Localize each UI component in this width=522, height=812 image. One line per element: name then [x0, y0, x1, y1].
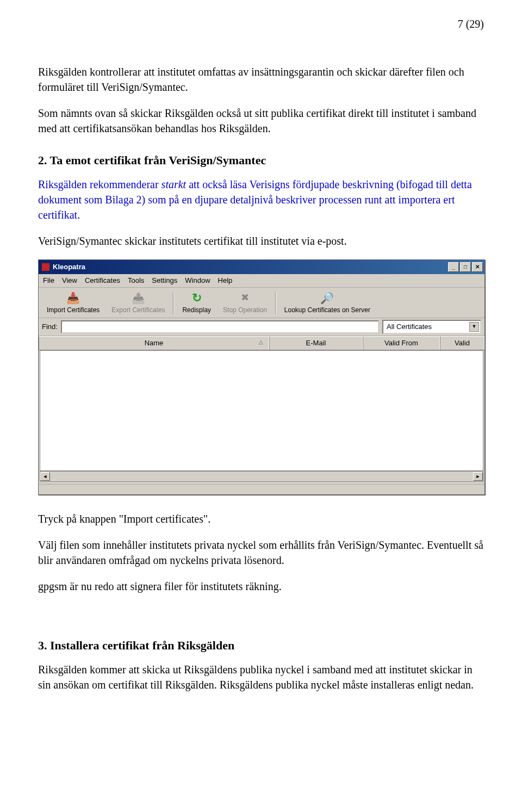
horizontal-scrollbar[interactable]: ◄ ►: [40, 471, 483, 482]
lookup-certificates-button[interactable]: Lookup Certificates on Server: [278, 290, 376, 317]
table-body-empty: [40, 350, 483, 471]
menu-file[interactable]: File: [43, 276, 54, 286]
section-heading-3: 3. Installera certifikat från Riksgälden: [38, 637, 484, 654]
app-icon: [42, 263, 49, 271]
toolbar-separator: [173, 292, 174, 314]
section-heading-2: 2. Ta emot certifikat från VeriSign/Syma…: [38, 152, 484, 169]
stop-icon: [237, 292, 252, 305]
chevron-down-icon: ▼: [469, 322, 479, 332]
lookup-label: Lookup Certificates on Server: [284, 306, 370, 315]
redisplay-button[interactable]: Redisplay: [176, 290, 217, 317]
menu-certificates[interactable]: Certificates: [85, 276, 120, 286]
toolbar-separator: [275, 292, 276, 314]
minimize-button[interactable]: _: [448, 262, 459, 272]
menu-help[interactable]: Help: [218, 276, 233, 286]
stop-operation-button: Stop Operation: [217, 290, 273, 317]
export-icon: [130, 292, 146, 305]
redisplay-icon: [189, 292, 204, 305]
menu-window[interactable]: Window: [185, 276, 210, 286]
table-header-row: Name△ E-Mail Valid From Valid: [39, 336, 484, 350]
status-bar: [39, 484, 484, 494]
window-titlebar: Kleopatra _ □ ✕: [39, 260, 484, 274]
scroll-right-button[interactable]: ►: [473, 472, 483, 481]
filter-select-value: All Certificates: [387, 322, 432, 332]
col-name-label: Name: [145, 339, 164, 347]
close-button[interactable]: ✕: [472, 262, 483, 272]
sort-asc-icon: △: [259, 338, 263, 346]
col-valid-from[interactable]: Valid From: [363, 336, 440, 350]
menubar: File View Certificates Tools Settings Wi…: [39, 274, 484, 288]
toolbar: Import Certificates Export Certificates …: [39, 288, 484, 318]
redisplay-label: Redisplay: [182, 306, 211, 315]
certificates-table: Name△ E-Mail Valid From Valid ◄ ►: [39, 336, 484, 482]
col-valid[interactable]: Valid: [440, 336, 484, 350]
blue-note: Riksgälden rekommenderar starkt att ocks…: [38, 177, 484, 222]
paragraph: Riksgälden kommer att skicka ut Riksgäld…: [38, 662, 484, 692]
stop-label: Stop Operation: [223, 306, 267, 315]
col-name[interactable]: Name△: [39, 336, 269, 350]
paragraph: Välj filen som innehåller institutets pr…: [38, 537, 484, 568]
find-input[interactable]: [61, 320, 379, 333]
lookup-icon: [320, 292, 335, 305]
menu-tools[interactable]: Tools: [128, 276, 144, 286]
paragraph: VeriSign/Symantec skickar institutets ce…: [38, 233, 484, 249]
export-certificates-button: Export Certificates: [105, 290, 171, 317]
menu-view[interactable]: View: [62, 276, 77, 286]
import-certificates-button[interactable]: Import Certificates: [41, 290, 105, 317]
scroll-left-button[interactable]: ◄: [40, 472, 50, 481]
paragraph: Som nämnts ovan så skickar Riksgälden oc…: [38, 106, 484, 136]
import-label: Import Certificates: [47, 306, 100, 315]
kleopatra-window: Kleopatra _ □ ✕ File View Certificates T…: [38, 259, 485, 495]
menu-settings[interactable]: Settings: [152, 276, 177, 286]
find-row: Find: All Certificates ▼: [39, 318, 484, 336]
paragraph: gpgsm är nu redo att signera filer för i…: [38, 579, 484, 594]
blue-note-pre: Riksgälden rekommenderar: [38, 178, 161, 190]
col-email[interactable]: E-Mail: [269, 336, 363, 350]
export-label: Export Certificates: [111, 306, 165, 315]
import-icon: [66, 292, 81, 305]
paragraph: Riksgälden kontrollerar att institutet o…: [38, 64, 484, 95]
find-label: Find:: [42, 322, 58, 332]
page-number: 7 (29): [38, 16, 484, 32]
window-title: Kleopatra: [53, 262, 85, 272]
filter-select[interactable]: All Certificates ▼: [382, 320, 481, 334]
maximize-button[interactable]: □: [460, 262, 471, 272]
blue-note-emphasis: starkt: [161, 178, 187, 190]
paragraph: Tryck på knappen "Import certificates".: [38, 511, 484, 526]
